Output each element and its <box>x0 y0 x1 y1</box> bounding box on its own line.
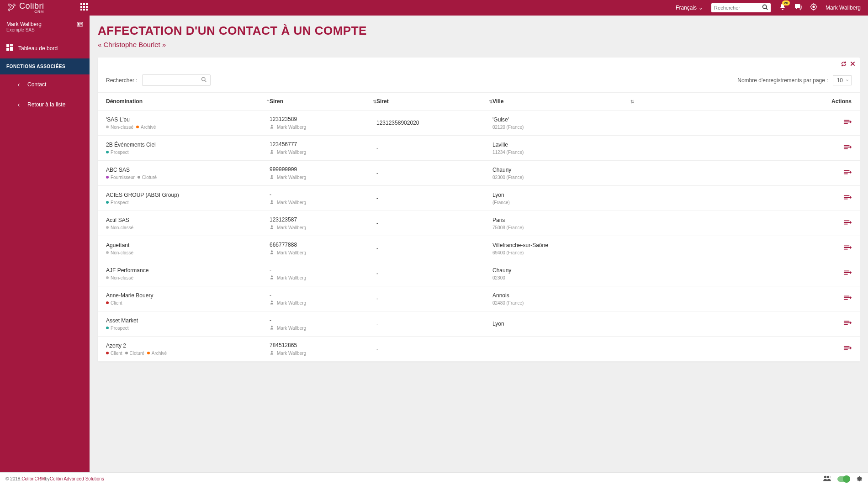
table-row[interactable]: ACIES GROUP (ABGI Group)Prospect-Mark Wa… <box>98 186 860 211</box>
person-icon <box>270 149 274 155</box>
table-row[interactable]: Asset MarketProspect-Mark Wallberg-Lyon <box>98 311 860 337</box>
row-actions-button[interactable] <box>634 219 852 227</box>
col-denomination[interactable]: Dénomination ⌃ <box>106 98 270 105</box>
dot-icon <box>106 251 109 254</box>
siret-value: - <box>376 145 492 151</box>
search-icon[interactable] <box>201 77 206 84</box>
person-icon <box>270 350 274 356</box>
dashboard-icon <box>6 44 13 52</box>
search-input[interactable] <box>714 5 762 11</box>
svg-point-65 <box>271 275 273 277</box>
tag: Prospect <box>106 200 128 205</box>
city-value: 'Guise' <box>492 116 634 123</box>
sidebar: Mark Wallberg Exemple SAS Tableau de bor… <box>0 16 90 472</box>
siret-value: - <box>376 270 492 277</box>
table-header: Dénomination ⌃ Siren ⇅ Siret ⇅ Ville ⇅ A… <box>98 92 860 111</box>
logo[interactable]: 🕊 Colibri CRM <box>7 2 71 14</box>
siren-value: 123123587 <box>270 216 376 223</box>
col-siren[interactable]: Siren ⇅ <box>270 98 376 105</box>
account-name: Actif SAS <box>106 217 270 223</box>
siren-value: 123456777 <box>270 141 376 148</box>
table-row[interactable]: Azerty 2ClientCloturéArchivé784512865Mar… <box>98 337 860 362</box>
svg-point-47 <box>271 200 273 202</box>
city-value: Chauny <box>492 167 634 173</box>
page-subtitle: « Christophe Bourlet » <box>98 41 860 48</box>
row-actions-button[interactable] <box>634 244 852 253</box>
person-icon <box>270 300 274 306</box>
row-actions-button[interactable] <box>634 269 852 278</box>
dot-icon <box>106 352 109 354</box>
row-actions-button[interactable] <box>634 345 852 353</box>
table-row[interactable]: AguettantNon-classé666777888Mark Wallber… <box>98 236 860 261</box>
svg-rect-4 <box>83 6 85 8</box>
city-sub: 02480 (France) <box>492 300 634 306</box>
sidebar-company: Exemple SAS <box>6 27 42 32</box>
gear-icon[interactable] <box>856 475 863 483</box>
close-icon[interactable] <box>850 61 855 68</box>
chat-icon[interactable] <box>794 3 802 12</box>
svg-text:+: + <box>830 475 831 479</box>
account-tags: Non-classé <box>106 250 270 255</box>
contact-card-icon[interactable] <box>77 21 83 29</box>
svg-point-27 <box>201 78 205 81</box>
users-icon[interactable]: + <box>823 475 831 483</box>
table-search[interactable] <box>142 74 211 86</box>
tag: Fournisseur <box>106 175 135 180</box>
account-name: ABC SAS <box>106 167 270 173</box>
svg-rect-23 <box>10 47 13 51</box>
sidebar-contact[interactable]: ‹ Contact <box>0 74 90 95</box>
svg-point-90 <box>827 476 829 478</box>
table-row[interactable]: Actif SASNon-classé123123587Mark Wallber… <box>98 211 860 236</box>
dot-icon <box>147 352 150 354</box>
row-actions-button[interactable] <box>634 144 852 152</box>
svg-point-77 <box>271 326 273 327</box>
table-row[interactable]: 2B Événements CielProspect123456777Mark … <box>98 136 860 161</box>
sidebar-user: Mark Wallberg Exemple SAS <box>0 16 90 38</box>
city-sub: 69400 (France) <box>492 250 634 255</box>
footer-company-link[interactable]: Colibri Advanced Solutions <box>50 476 104 481</box>
tag: Prospect <box>106 326 128 331</box>
chevron-left-icon: ‹ <box>16 81 22 88</box>
svg-rect-5 <box>86 6 88 8</box>
siren-value: 784512865 <box>270 342 376 348</box>
refresh-icon[interactable] <box>841 61 847 68</box>
page-title: AFFECTATION D'UN CONTACT À UN COMPTE <box>98 24 860 38</box>
row-actions-button[interactable] <box>634 194 852 202</box>
status-toggle[interactable] <box>837 476 849 482</box>
language-selector[interactable]: Français ⌄ <box>676 5 703 11</box>
account-tags: Prospect <box>106 150 270 155</box>
tag: Cloturé <box>125 351 144 356</box>
row-actions-button[interactable] <box>634 119 852 127</box>
dot-icon <box>106 126 109 128</box>
row-actions-button[interactable] <box>634 169 852 177</box>
table-row[interactable]: ABC SASFournisseurCloturé999999999Mark W… <box>98 161 860 186</box>
footer-brand-link[interactable]: ColibriCRM <box>21 476 45 481</box>
city-value: Paris <box>492 217 634 223</box>
city-value: Chauny <box>492 267 634 274</box>
account-tags: Prospect <box>106 200 270 205</box>
col-siret[interactable]: Siret ⇅ <box>376 98 492 105</box>
notifications-button[interactable]: 20 <box>779 3 786 12</box>
table-row[interactable]: AJF PerformanceNon-classé-Mark Wallberg-… <box>98 261 860 286</box>
user-menu[interactable]: Mark Wallberg <box>826 5 861 11</box>
main-content: AFFECTATION D'UN CONTACT À UN COMPTE « C… <box>90 16 868 472</box>
account-name: 2B Événements Ciel <box>106 142 270 148</box>
col-ville[interactable]: Ville ⇅ <box>492 98 634 105</box>
help-icon[interactable] <box>810 3 817 12</box>
apps-grid-icon[interactable] <box>80 3 88 12</box>
siren-value: - <box>270 317 376 323</box>
table-row[interactable]: 'SAS L'ouNon-classéArchivé123123589Mark … <box>98 111 860 136</box>
table-search-input[interactable] <box>146 77 201 84</box>
search-icon[interactable] <box>762 4 768 11</box>
account-tags: FournisseurCloturé <box>106 175 270 180</box>
city-value: Lyon <box>492 192 634 198</box>
sidebar-return[interactable]: ‹ Retour à la liste <box>0 95 90 115</box>
row-actions-button[interactable] <box>634 320 852 328</box>
table-row[interactable]: Anne-Marie BoueryClient-Mark Wallberg-An… <box>98 286 860 311</box>
siren-value: 123123589 <box>270 116 376 122</box>
row-actions-button[interactable] <box>634 295 852 303</box>
sidebar-dashboard[interactable]: Tableau de bord <box>0 38 90 58</box>
global-search[interactable] <box>711 3 771 12</box>
svg-rect-21 <box>6 44 9 47</box>
page-size-select[interactable]: 10 <box>833 75 852 85</box>
